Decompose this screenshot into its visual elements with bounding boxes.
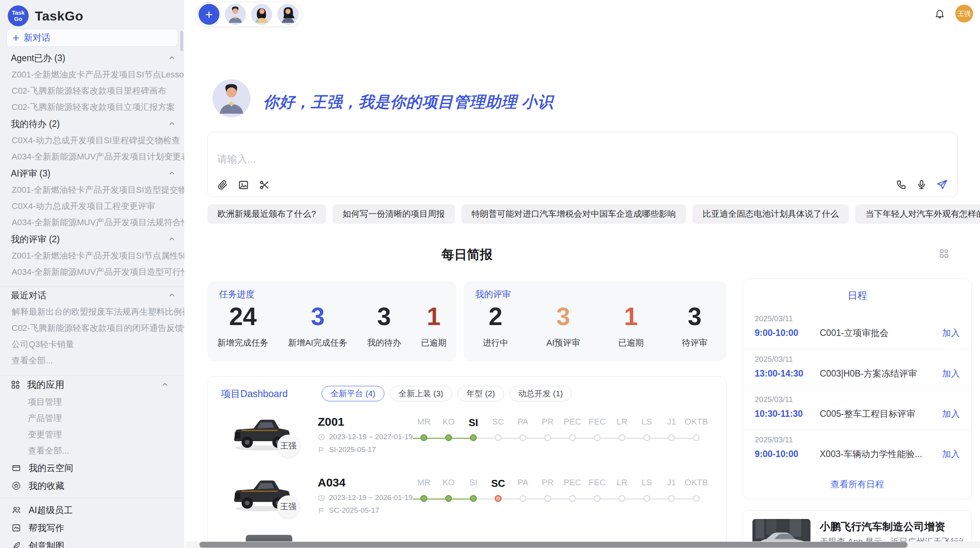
metric: 3 新增AI完成任务 (288, 303, 348, 349)
user-avatar[interactable]: 王强 (955, 5, 973, 22)
dashboard-tabs: 全新平台 (4) 全新上装 (3) 年型 (2) 动总开发 (1) (322, 386, 572, 401)
horizontal-scrollbar-thumb[interactable] (199, 542, 908, 548)
app-view-all[interactable]: 查看全部... (0, 443, 184, 459)
agent-avatar[interactable] (251, 4, 272, 25)
section-header-my-review[interactable]: 我的评审 (2) (0, 231, 184, 248)
suggestion-chip[interactable]: 当下年轻人对汽车外观有怎样的喜好趋势 (855, 204, 980, 224)
agent-avatar[interactable] (278, 4, 298, 25)
sidebar-task-item[interactable]: C0X4-动力总成开发项目工程变更评审 (0, 198, 184, 214)
project-row-a034[interactable]: 王强 A034 2023-12-19 ~ 2026-01-19 SC-2025-… (208, 471, 726, 529)
daily-briefing-header: 每日简报 (207, 246, 726, 264)
new-chat-label: 新对话 (24, 32, 50, 44)
sidebar-task-item[interactable]: A034-全新新能源MUV产品开发项目法规符合性评审 (0, 214, 184, 231)
briefing-stats: 任务进度 24 新增完成任务 3 新增AI完成任务 3 我的待办 1 已逾期 我… (207, 281, 726, 361)
topbar-right: 王强 (934, 5, 973, 22)
app-item-product-mgmt[interactable]: 产品管理 (0, 410, 184, 426)
card-title: 任务进度 (219, 288, 255, 300)
tab-new-body[interactable]: 全新上装 (3) (390, 386, 452, 401)
sidebar-task-item[interactable]: C0X4-动力总成开发项目SI里程碑提交物检查 (0, 132, 184, 149)
milestone-track: MR KO SI SC PA PR PEC FEC LR LS J1 OKTB (411, 417, 717, 443)
sidebar-collapse-icon[interactable] (165, 9, 176, 19)
clock-icon (318, 433, 325, 441)
suggestion-chip[interactable]: 特朗普可能对进口汽车增税会对中国车企造成哪些影响 (461, 204, 686, 224)
sidebar-item-ai-super-staff[interactable]: AI超级员工 (0, 501, 184, 519)
sidebar-task-item[interactable]: A034-全新新能源MUV产品开发项目计划变更表编写 (0, 149, 184, 165)
sidebar-item-help-me-write[interactable]: 帮我写作 (0, 519, 184, 537)
sidebar-item-my-apps[interactable]: 我的应用 (0, 375, 184, 394)
news-title: 小鹏飞行汽车制造公司增资 (820, 520, 945, 534)
logo-text-top: Task (12, 10, 24, 16)
chat-input[interactable] (217, 152, 836, 176)
metric: 1 已逾期 (618, 303, 644, 349)
flag-icon (318, 446, 325, 454)
view-all-schedule-link[interactable]: 查看所有日程 (743, 478, 971, 490)
join-link[interactable]: 加入 (942, 368, 960, 380)
project-code: A034 (318, 476, 413, 489)
attachment-icon[interactable] (217, 180, 228, 190)
sidebar-item-favorites[interactable]: 我的收藏 (0, 477, 184, 495)
tab-powertrain-dev[interactable]: 动总开发 (1) (509, 386, 572, 401)
section-header-ai-review[interactable]: AI评审 (3) (0, 165, 184, 182)
suggestion-chip[interactable]: 如何写一份清晰的项目周报 (332, 204, 455, 224)
recent-chat-view-all[interactable]: 查看全部... (0, 353, 184, 369)
add-agent-button[interactable]: + (199, 4, 219, 25)
suggestion-chip[interactable]: 比亚迪全固态电池计划具体说了什么 (692, 204, 849, 224)
send-icon[interactable] (936, 179, 948, 190)
screenshot-scissors-icon[interactable] (259, 180, 270, 190)
agent-avatars-bar: + (195, 2, 302, 27)
chevron-up-icon (161, 381, 169, 389)
sidebar-task-item[interactable]: A034-全新新能源MUV产品开发项目造型可行性评审 (0, 264, 184, 280)
agent-avatar[interactable] (225, 4, 246, 25)
quill-icon (12, 541, 21, 548)
new-chat-button[interactable]: + 新对话 (6, 29, 178, 47)
join-link[interactable]: 加入 (942, 408, 960, 420)
project-code: Z001 (318, 415, 413, 428)
phone-call-icon[interactable] (896, 179, 907, 190)
suggestion-chips: 欧洲新规最近颁布了什么? 如何写一份清晰的项目周报 特朗普可能对进口汽车增税会对… (207, 204, 962, 224)
task-progress-card: 任务进度 24 新增完成任务 3 新增AI完成任务 3 我的待办 1 已逾期 (207, 281, 456, 361)
sidebar-scrollbar[interactable] (180, 31, 183, 51)
recent-chat-item[interactable]: 解释最新出台的欧盟报废车法规再生塑料比例被调至15%... (0, 304, 184, 320)
schedule-item: 2025/03/11 10:30-11:30 C005-整车工程目标评审 加入 (743, 389, 971, 430)
clock-icon (318, 494, 325, 502)
sidebar-task-item[interactable]: Z001-全新燃油轻卡产品开发项目SI造型提交物评审 (0, 182, 184, 198)
sidebar-task-item[interactable]: Z001-全新燃油轻卡产品开发项目SI节点属性5D文件评审 (0, 248, 184, 264)
section-header-agent-done[interactable]: Agent已办 (3) (0, 50, 184, 67)
tab-new-platform[interactable]: 全新平台 (4) (322, 386, 384, 401)
join-link[interactable]: 加入 (942, 448, 960, 460)
section-header-my-todo[interactable]: 我的待办 (2) (0, 115, 184, 132)
sidebar-task-item[interactable]: C02-飞腾新能源轻客改款项目里程碑画布 (0, 83, 184, 99)
tab-year-model[interactable]: 年型 (2) (457, 386, 504, 401)
project-dates: 2023-12-19 ~ 2027-01-19 (329, 433, 413, 441)
schedule-item: 2025/03/11 13:00-14:30 C003|H0B-方案冻结评审 加… (743, 349, 971, 389)
microphone-icon[interactable] (916, 179, 927, 190)
join-link[interactable]: 加入 (942, 327, 960, 339)
section-header-recent-chats[interactable]: 最近对话 (0, 287, 184, 304)
schedule-card: 日程 2025/03/11 9:00-10:00 C001-立项审批会 加入 2… (743, 279, 972, 499)
chevron-up-icon (168, 235, 176, 243)
daily-briefing-title: 每日简报 (442, 246, 493, 264)
layout-grid-icon[interactable] (939, 248, 949, 259)
chevron-up-icon (168, 120, 176, 128)
people-icon (12, 505, 21, 515)
recent-chat-item[interactable]: C02-飞腾新能源轻客改款项目的闭环通告反馈情况 (0, 320, 184, 336)
sidebar-item-cloud-space[interactable]: 我的云空间 (0, 459, 184, 477)
app-item-change-mgmt[interactable]: 变更管理 (0, 426, 184, 443)
metric: 3 我的待办 (367, 303, 401, 349)
schedule-item: 2025/03/11 9:00-10:00 C001-立项审批会 加入 (743, 309, 971, 349)
chat-input-box (207, 132, 958, 197)
sidebar-task-item[interactable]: Z001-全新燃油皮卡产品开发项目SI节点Lesson Learn报告 (0, 67, 184, 83)
horizontal-scrollbar (186, 541, 980, 548)
recent-chat-item[interactable]: 公司Q3轻卡销量 (0, 336, 184, 353)
metric: 1 已逾期 (421, 303, 446, 349)
notification-bell-icon[interactable] (934, 8, 945, 19)
app-item-project-mgmt[interactable]: 项目管理 (0, 394, 184, 410)
sidebar-task-item[interactable]: C02-飞腾新能源轻客改款项目立项汇报方案 (0, 99, 184, 115)
project-row-z001[interactable]: 王强 Z001 2023-12-19 ~ 2027-01-19 SI-2025-… (208, 410, 726, 468)
image-pen-icon (12, 523, 21, 533)
current-milestone-label: SI (461, 417, 486, 429)
image-upload-icon[interactable] (238, 180, 249, 190)
suggestion-chip[interactable]: 欧洲新规最近颁布了什么? (207, 204, 326, 224)
sidebar-item-creative-drawing[interactable]: 创意制图 (0, 537, 184, 548)
my-review-card: 我的评审 2 进行中 3 AI预评审 1 已逾期 3 待评审 (464, 281, 726, 361)
